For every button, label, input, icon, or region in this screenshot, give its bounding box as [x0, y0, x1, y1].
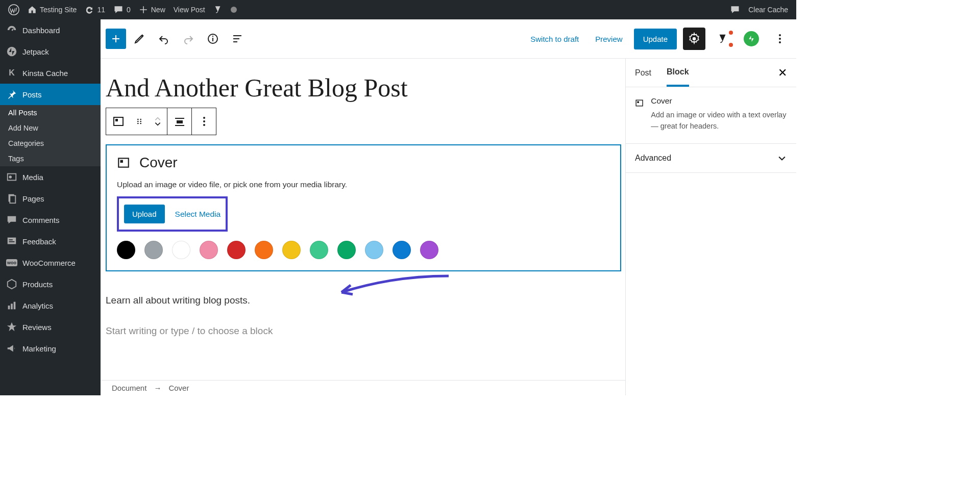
view-post-label: View Post	[174, 6, 205, 14]
color-swatch-10[interactable]	[393, 241, 411, 259]
svg-rect-36	[637, 101, 639, 103]
move-buttons[interactable]	[149, 108, 167, 135]
site-name: Testing Site	[40, 6, 77, 14]
more-menu[interactable]	[769, 28, 791, 50]
menu-jetpack[interactable]: Jetpack	[0, 41, 101, 62]
menu-comments[interactable]: Comments	[0, 209, 101, 231]
info-button[interactable]	[202, 28, 224, 50]
close-sidebar[interactable]: ✕	[778, 66, 787, 80]
svg-rect-8	[9, 241, 15, 242]
wp-logo[interactable]	[4, 0, 23, 19]
drag-handle[interactable]	[130, 108, 149, 135]
submenu-add-new[interactable]: Add New	[0, 120, 101, 136]
updates-count: 11	[97, 6, 105, 14]
svg-point-21	[137, 119, 139, 120]
tab-block[interactable]: Block	[667, 59, 689, 87]
yoast-badge-bottom	[729, 43, 733, 47]
switch-to-draft-button[interactable]: Switch to draft	[525, 31, 584, 47]
paragraph-block[interactable]: Learn all about writing blog posts.	[106, 295, 621, 306]
gauge-icon	[6, 24, 17, 36]
select-media-button[interactable]: Select Media	[175, 210, 221, 219]
cover-title: Cover	[139, 155, 178, 171]
cover-block[interactable]: Cover Upload an image or video file, or …	[106, 144, 621, 271]
color-swatch-4[interactable]	[227, 241, 246, 259]
tab-post[interactable]: Post	[635, 60, 651, 86]
menu-reviews[interactable]: Reviews	[0, 316, 101, 338]
view-post-link[interactable]: View Post	[169, 0, 209, 19]
outline-button[interactable]	[226, 28, 249, 50]
menu-products[interactable]: Products	[0, 273, 101, 295]
yoast-toggle[interactable]	[712, 28, 734, 50]
menu-dashboard[interactable]: Dashboard	[0, 19, 101, 41]
notices-item[interactable]	[726, 0, 744, 19]
chevron-down-icon	[154, 121, 161, 127]
wordpress-icon	[8, 4, 19, 15]
menu-woocommerce[interactable]: wooWooCommerce	[0, 252, 101, 273]
menu-analytics[interactable]: Analytics	[0, 295, 101, 316]
tools-button[interactable]	[128, 28, 151, 50]
block-type-button[interactable]	[106, 108, 130, 135]
svg-rect-19	[114, 117, 123, 125]
menu-marketing[interactable]: Marketing	[0, 338, 101, 359]
editor-canvas[interactable]: And Another Great Blog Post Cov	[101, 59, 625, 395]
breadcrumb-document[interactable]: Document	[112, 384, 146, 392]
comments-link[interactable]: 0	[109, 0, 135, 19]
updates-link[interactable]: 11	[81, 0, 109, 19]
update-button[interactable]: Update	[634, 29, 677, 49]
color-swatch-7[interactable]	[310, 241, 328, 259]
color-swatch-5[interactable]	[255, 241, 273, 259]
color-swatch-0[interactable]	[117, 241, 135, 259]
status-dot-item[interactable]	[227, 0, 241, 19]
jetpack-toggle[interactable]	[740, 28, 763, 50]
new-link[interactable]: New	[135, 0, 169, 19]
color-swatch-8[interactable]	[337, 241, 356, 259]
redo-button[interactable]	[177, 28, 200, 50]
settings-sidebar: Post Block ✕ Cover Add an image or video…	[625, 59, 796, 395]
upload-button[interactable]: Upload	[124, 205, 165, 223]
cover-icon	[112, 115, 125, 128]
menu-media[interactable]: Media	[0, 166, 101, 188]
block-more-button[interactable]	[192, 108, 216, 135]
feedback-icon	[6, 236, 17, 247]
menu-pages[interactable]: Pages	[0, 188, 101, 209]
menu-feedback[interactable]: Feedback	[0, 231, 101, 252]
submenu-all-posts[interactable]: All Posts	[0, 105, 101, 120]
kebab-icon	[774, 33, 786, 45]
editor-toolbar: Switch to draft Preview Update	[101, 19, 796, 59]
post-title[interactable]: And Another Great Blog Post	[106, 59, 621, 105]
inserter-button[interactable]	[106, 29, 126, 49]
svg-rect-10	[11, 304, 13, 309]
menu-kinsta[interactable]: KKinsta Cache	[0, 62, 101, 84]
submenu-tags[interactable]: Tags	[0, 151, 101, 166]
block-editor: Switch to draft Preview Update And Anoth…	[101, 19, 796, 395]
color-swatch-9[interactable]	[365, 241, 383, 259]
svg-point-26	[140, 123, 141, 124]
svg-point-22	[140, 119, 141, 120]
analytics-icon	[6, 300, 17, 311]
undo-icon	[158, 33, 170, 45]
settings-toggle[interactable]	[683, 28, 705, 50]
align-button[interactable]	[167, 108, 191, 135]
breadcrumb-block[interactable]: Cover	[168, 384, 189, 392]
advanced-panel[interactable]: Advanced	[626, 144, 796, 173]
plus-icon	[139, 5, 148, 14]
clear-cache-link[interactable]: Clear Cache	[744, 0, 792, 19]
empty-block-placeholder[interactable]: Start writing or type / to choose a bloc…	[106, 325, 621, 337]
color-swatch-11[interactable]	[420, 241, 438, 259]
kinsta-icon: K	[6, 67, 17, 79]
preview-button[interactable]: Preview	[590, 31, 627, 47]
kebab-icon	[198, 115, 210, 128]
svg-rect-9	[8, 306, 10, 309]
undo-button[interactable]	[153, 28, 175, 50]
color-swatch-1[interactable]	[144, 241, 163, 259]
sidebar-tabs: Post Block ✕	[626, 59, 796, 87]
submenu-categories[interactable]: Categories	[0, 136, 101, 151]
yoast-adminbar[interactable]	[209, 0, 227, 19]
svg-rect-7	[9, 239, 13, 240]
color-swatch-3[interactable]	[200, 241, 218, 259]
site-link[interactable]: Testing Site	[23, 0, 81, 19]
menu-posts[interactable]: Posts	[0, 84, 101, 105]
block-toolbar	[106, 108, 216, 135]
color-swatch-2[interactable]	[172, 241, 190, 259]
color-swatch-6[interactable]	[282, 241, 301, 259]
